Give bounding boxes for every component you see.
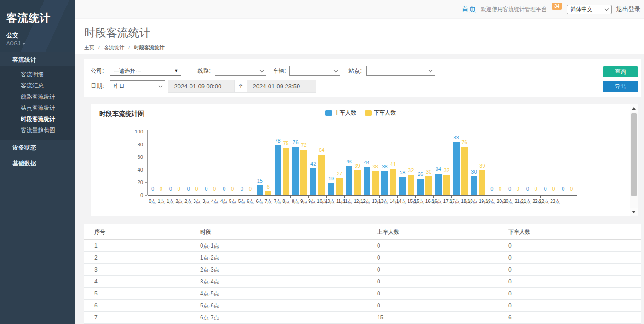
vehicle-select[interactable] — [289, 66, 340, 76]
table-cell: 0 — [508, 276, 512, 288]
language-select[interactable]: 简体中文 — [567, 5, 612, 14]
sidebar-section-passenger-stats[interactable]: 客流统计 — [0, 52, 75, 66]
scrollbar-up-button[interactable] — [630, 104, 638, 112]
table-row: 43点-4点00 — [84, 276, 641, 288]
org-name: 公交 — [6, 31, 69, 40]
org-code-dropdown[interactable]: AQGJ — [6, 40, 69, 46]
sidebar-item-线路客流统计[interactable]: 线路客流统计 — [0, 92, 75, 103]
table-cell: 2点-3点 — [200, 264, 219, 276]
query-button[interactable]: 查询 — [603, 66, 638, 77]
line-select[interactable] — [215, 66, 266, 76]
caret-down-icon — [22, 43, 26, 45]
arrow-up-icon — [632, 107, 636, 110]
bar-上车人数-11点-12点 — [346, 166, 352, 195]
table-row: 32点-3点00 — [84, 264, 641, 276]
bar-上车人数-14点-15点 — [399, 177, 406, 195]
bar-value-label: 32 — [439, 168, 454, 173]
bar-上车人数-10点-11点 — [328, 183, 334, 195]
bar-下车人数-6点-7点 — [265, 191, 271, 195]
home-link[interactable]: 首页 — [461, 5, 476, 14]
bar-value-label: 41 — [385, 162, 401, 167]
bar-value-label: 39 — [474, 163, 490, 168]
line-label: 线路: — [197, 67, 210, 75]
table-cell: 0 — [377, 288, 380, 300]
y-axis-tick-label: 20 — [126, 179, 143, 185]
bar-上车人数-18点-19点 — [471, 176, 477, 195]
chevron-down-icon — [260, 68, 264, 72]
table-cell: 3点-4点 — [200, 276, 219, 288]
submenu: 客流明细客流汇总线路客流统计站点客流统计时段客流统计客流量趋势图 — [0, 66, 75, 140]
breadcrumb-home[interactable]: 主页 — [84, 45, 94, 50]
table-cell: 0 — [377, 264, 380, 276]
bar-value-label: 64 — [314, 147, 329, 153]
table-row: 10点-1点00 — [84, 240, 641, 252]
sidebar-item-客流量趋势图[interactable]: 客流量趋势图 — [0, 125, 75, 136]
chevron-down-icon — [605, 6, 609, 10]
arrow-down-icon — [632, 211, 636, 213]
table-row: 54点-5点00 — [84, 288, 641, 300]
export-button[interactable]: 导出 — [603, 81, 638, 92]
y-axis-tick-label: 60 — [126, 154, 143, 160]
chevron-down-icon — [429, 68, 432, 72]
notification-badge[interactable]: 34 — [552, 3, 562, 10]
sidebar-item-设备状态[interactable]: 设备状态 — [0, 140, 75, 156]
table-cell: 7 — [94, 312, 98, 324]
sidebar-item-客流明细[interactable]: 客流明细 — [0, 69, 75, 80]
company-select[interactable]: ---请选择--- ▼ — [110, 66, 181, 76]
station-select[interactable] — [366, 66, 435, 76]
table-body: 10点-1点0021点-2点0032点-3点0043点-4点0054点-5点00… — [84, 240, 641, 324]
bar-下车人数-11点-12点 — [354, 170, 361, 195]
table-cell: 3 — [94, 264, 98, 276]
station-label: 站点: — [348, 67, 361, 75]
chart-panel: 时段车流统计图 上车人数 下车人数 020406080100000点-1点001… — [91, 104, 638, 216]
bar-value-label: 0 — [242, 186, 258, 191]
chart-scrollbar[interactable] — [630, 104, 638, 216]
table-cell: 6 — [508, 312, 512, 324]
y-axis-tick-label: 100 — [126, 129, 143, 134]
date-from-input[interactable]: 2024-01-09 00:00 — [168, 80, 235, 93]
sidebar-item-站点客流统计[interactable]: 站点客流统计 — [0, 103, 75, 114]
col-boarding: 上车人数 — [377, 224, 399, 240]
bar-下车人数-14点-15点 — [408, 175, 414, 195]
y-axis-tick-label: 0 — [126, 192, 143, 198]
table-cell: 0 — [508, 300, 512, 312]
table-cell: 15 — [377, 312, 383, 324]
bar-value-label: 6 — [260, 184, 276, 190]
sidebar-others: 设备状态基础数据 — [0, 140, 75, 171]
table-cell: 1 — [94, 240, 98, 252]
sidebar-item-客流汇总[interactable]: 客流汇总 — [0, 80, 75, 91]
table-cell: 0点-1点 — [200, 240, 219, 252]
sidebar-item-基础数据[interactable]: 基础数据 — [0, 156, 75, 171]
vehicle-label: 车辆: — [273, 67, 286, 75]
table-cell: 0 — [508, 264, 512, 276]
date-range-separator: 至 — [235, 80, 247, 93]
date-to-input[interactable]: 2024-01-09 23:59 — [247, 80, 316, 93]
welcome-text: 欢迎使用客流统计管理平台 — [481, 6, 547, 13]
bar-下车人数-8点-9点 — [300, 150, 307, 195]
company-label: 公司: — [91, 67, 104, 75]
bar-value-label: 27 — [332, 171, 347, 176]
bar-下车人数-16点-17点 — [443, 175, 450, 195]
breadcrumb-passenger-stats[interactable]: 客流统计 — [104, 45, 124, 50]
bar-下车人数-10点-11点 — [336, 178, 343, 195]
table-cell: 0 — [377, 240, 380, 252]
bar-下车人数-7点-8点 — [283, 148, 289, 196]
sidebar-item-时段客流统计[interactable]: 时段客流统计 — [0, 114, 75, 125]
table-cell: 0 — [508, 252, 512, 264]
bar-下车人数-9点-10点 — [318, 155, 325, 195]
content: 公司: ---请选择--- ▼ 线路: 车辆: 站点: 日期: — [75, 54, 644, 324]
bar-value-label: 15 — [252, 178, 268, 184]
bar-下车人数-12点-13点 — [372, 171, 379, 195]
table-cell: 6点-7点 — [200, 312, 219, 324]
table-cell: 6 — [94, 300, 98, 312]
bar-上车人数-7点-8点 — [275, 145, 281, 195]
scrollbar-down-button[interactable] — [630, 208, 638, 215]
logout-link[interactable]: 退出登录 — [616, 5, 640, 13]
date-label: 日期: — [91, 82, 104, 90]
col-period: 时段 — [200, 224, 211, 240]
chevron-down-icon — [334, 68, 338, 72]
scrollbar-thumb[interactable] — [631, 113, 637, 196]
date-preset-select[interactable]: 昨日 — [110, 80, 165, 92]
bar-value-label: 72 — [296, 142, 311, 148]
table-cell: 0 — [377, 300, 380, 312]
